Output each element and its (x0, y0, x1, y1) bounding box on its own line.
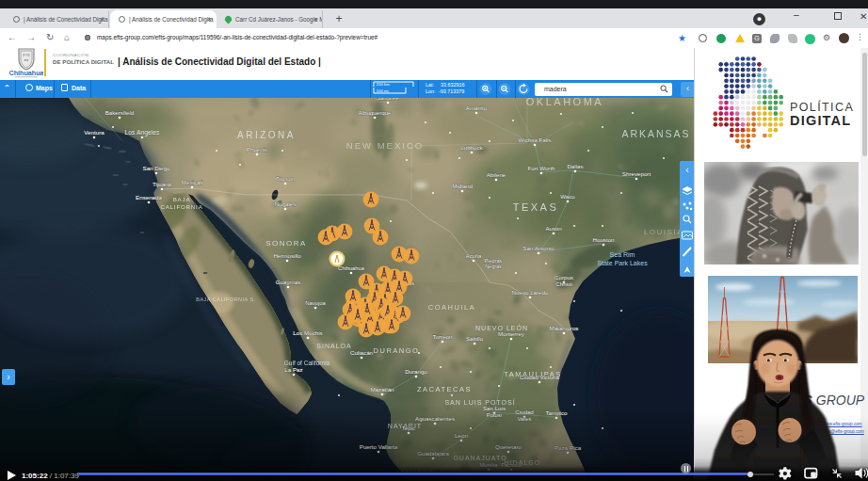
svg-text:Saltillo: Saltillo (466, 335, 484, 342)
svg-text:Houston: Houston (592, 236, 615, 243)
svg-text:Amarillo: Amarillo (466, 104, 488, 111)
svg-text:DURANGO: DURANGO (374, 346, 420, 355)
svg-text:Ventura: Ventura (84, 129, 104, 136)
svg-text:Phoenix: Phoenix (247, 146, 268, 152)
svg-text:COAHUILA: COAHUILA (428, 303, 475, 312)
svg-text:Fort Worth: Fort Worth (527, 165, 555, 171)
svg-text:State Park Lakes: State Park Lakes (597, 260, 648, 266)
svg-text:Bakersfield: Bakersfield (105, 109, 135, 116)
svg-text:Mazatlán: Mazatlán (370, 386, 394, 393)
svg-text:Guaymas: Guaymas (276, 279, 300, 285)
svg-text:Monterrey: Monterrey (498, 330, 525, 337)
svg-text:Wichita Falls: Wichita Falls (518, 136, 551, 143)
svg-text:BAJA CALIFORNIA S.: BAJA CALIFORNIA S. (196, 297, 255, 302)
svg-text:Tijuana: Tijuana (153, 181, 172, 187)
svg-text:Chihuahua: Chihuahua (338, 265, 365, 271)
svg-text:BAJA: BAJA (173, 196, 191, 202)
svg-text:Austin: Austin (545, 225, 562, 232)
svg-text:ARKANSAS: ARKANSAS (621, 128, 690, 139)
svg-text:NEW MEXICO: NEW MEXICO (346, 140, 424, 151)
svg-text:Nogales: Nogales (275, 200, 297, 207)
svg-text:San Diego: San Diego (143, 165, 170, 171)
svg-text:Chihuahua: Chihuahua (9, 69, 43, 77)
svg-text:Abilene: Abilene (487, 171, 506, 178)
svg-text:Los Angeles: Los Angeles (124, 129, 160, 136)
svg-text:Gulf of California: Gulf of California (284, 360, 330, 366)
svg-text:Sea Rim: Sea Rim (610, 251, 635, 258)
svg-text:●●: ●● (24, 57, 29, 62)
svg-text:Dallas: Dallas (567, 163, 583, 169)
svg-text:SINALOA: SINALOA (316, 343, 351, 349)
svg-text:Torreón: Torreón (433, 333, 454, 340)
svg-text:CALIFORNIA: CALIFORNIA (160, 203, 202, 210)
svg-text:›: › (7, 372, 9, 382)
svg-text:DIGITAL: DIGITAL (790, 113, 851, 128)
svg-text:Culiacán: Culiacán (350, 349, 374, 356)
svg-text:Corpus: Corpus (555, 274, 573, 281)
svg-text:Christi: Christi (555, 281, 572, 287)
svg-text:200 km: 200 km (377, 82, 391, 87)
svg-text:Nuevo Laredo: Nuevo Laredo (512, 289, 549, 296)
svg-text:100 mi: 100 mi (377, 88, 389, 93)
svg-text:SONORA: SONORA (265, 239, 307, 248)
svg-text:Matamoros: Matamoros (550, 325, 579, 331)
svg-text:Ensenada: Ensenada (136, 194, 162, 200)
svg-text:Albuquerque: Albuquerque (358, 109, 392, 116)
svg-text:ARIZONA: ARIZONA (237, 130, 296, 140)
svg-text:Ciudad Victoria: Ciudad Victoria (520, 374, 559, 380)
svg-text:Midland: Midland (452, 183, 473, 189)
svg-text:Mexicali: Mexicali (182, 179, 202, 185)
svg-text:Waco: Waco (560, 193, 575, 200)
svg-text:Lubbock: Lubbock (460, 144, 483, 151)
svg-text:Navojoa: Navojoa (305, 300, 326, 306)
svg-text:Shreveport: Shreveport (622, 170, 651, 177)
svg-text:Los Mochis: Los Mochis (293, 329, 322, 336)
svg-text:La Paz: La Paz (284, 366, 302, 373)
svg-text:San Antonio: San Antonio (522, 245, 555, 251)
svg-text:Tucson: Tucson (276, 175, 296, 182)
svg-text:TEXAS: TEXAS (513, 201, 559, 213)
svg-text:Hermosillo: Hermosillo (273, 252, 301, 259)
svg-text:Negras: Negras (485, 264, 502, 269)
svg-text:Acuña: Acuña (466, 253, 482, 259)
svg-text:ZACATECAS: ZACATECAS (417, 385, 472, 393)
svg-text:‹: ‹ (685, 165, 688, 175)
svg-text:Santa Fe: Santa Fe (377, 98, 399, 101)
svg-text:OKLAHOMA: OKLAHOMA (526, 98, 603, 107)
svg-text:Durango: Durango (405, 368, 427, 375)
